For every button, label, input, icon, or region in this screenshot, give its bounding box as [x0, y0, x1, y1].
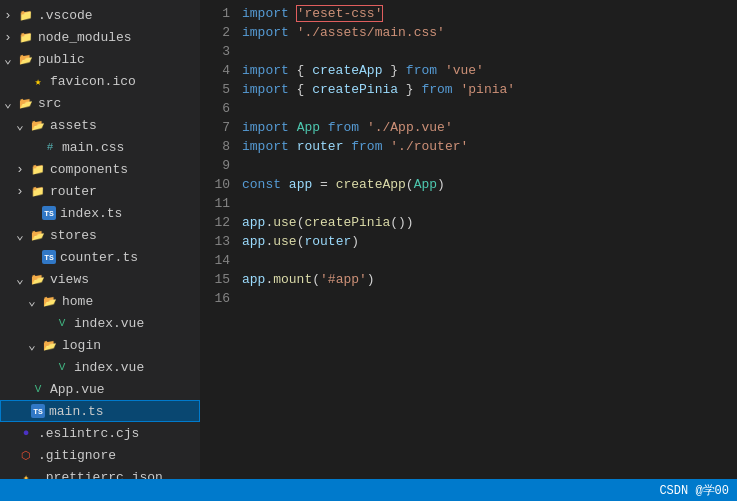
- status-bar: CSDN @学00: [0, 479, 737, 501]
- sidebar-item-home-index-vue[interactable]: Vindex.vue: [0, 312, 200, 334]
- token-kw-import: import: [242, 82, 289, 97]
- code-line-5: import { createPinia } from 'pinia': [242, 80, 729, 99]
- vue-icon: V: [54, 359, 70, 375]
- sidebar-label-app-vue: App.vue: [50, 382, 105, 397]
- folder-open-icon: 📂: [18, 95, 34, 111]
- line-num-8: 8: [200, 137, 230, 156]
- line-num-3: 3: [200, 42, 230, 61]
- sidebar-item-vscode[interactable]: ›📁.vscode: [0, 4, 200, 26]
- file-explorer[interactable]: ›📁.vscode›📁node_modules⌄📂public★favicon.…: [0, 0, 200, 479]
- sidebar-label-main-css: main.css: [62, 140, 124, 155]
- token-plain: =: [312, 177, 335, 192]
- sidebar-label-components: components: [50, 162, 128, 177]
- sidebar-label-eslintrc: .eslintrc.cjs: [38, 426, 139, 441]
- sidebar-item-views[interactable]: ⌄📂views: [0, 268, 200, 290]
- sidebar-label-vscode: .vscode: [38, 8, 93, 23]
- ts-icon: TS: [42, 206, 56, 220]
- sidebar-item-login[interactable]: ⌄📂login: [0, 334, 200, 356]
- sidebar-label-counter-ts: counter.ts: [60, 250, 138, 265]
- line-num-10: 10: [200, 175, 230, 194]
- sidebar-item-counter-ts[interactable]: TScounter.ts: [0, 246, 200, 268]
- code-line-3: [242, 42, 729, 61]
- token-from-kw: from: [328, 120, 359, 135]
- prettier-icon: ✦: [18, 469, 34, 479]
- folder-closed-icon: 📁: [30, 161, 46, 177]
- sidebar-item-app-vue[interactable]: VApp.vue: [0, 378, 200, 400]
- sidebar-item-public[interactable]: ⌄📂public: [0, 48, 200, 70]
- folder-open-icon: 📂: [30, 117, 46, 133]
- sidebar-item-favicon[interactable]: ★favicon.ico: [0, 70, 200, 92]
- vue-icon: V: [30, 381, 46, 397]
- token-var-name: router: [297, 139, 344, 154]
- sidebar-item-gitignore[interactable]: ⬡.gitignore: [0, 444, 200, 466]
- token-func: createPinia: [304, 215, 390, 230]
- line-num-11: 11: [200, 194, 230, 213]
- sidebar-item-home[interactable]: ⌄📂home: [0, 290, 200, 312]
- token-plain: (: [406, 177, 414, 192]
- line-num-7: 7: [200, 118, 230, 137]
- line-num-2: 2: [200, 23, 230, 42]
- token-var-name: router: [304, 234, 351, 249]
- token-var-name: app: [242, 234, 265, 249]
- token-plain: ()): [390, 215, 413, 230]
- sidebar-item-main-ts[interactable]: TSmain.ts: [0, 400, 200, 422]
- token-plain: [289, 6, 297, 21]
- token-str: '#app': [320, 272, 367, 287]
- sidebar-item-eslintrc[interactable]: ●.eslintrc.cjs: [0, 422, 200, 444]
- ts-icon: TS: [31, 404, 45, 418]
- token-kw-import: import: [242, 25, 289, 40]
- token-plain: }: [398, 82, 421, 97]
- token-plain: [289, 25, 297, 40]
- sidebar-label-gitignore: .gitignore: [38, 448, 116, 463]
- folder-open-icon: 📂: [18, 51, 34, 67]
- css-icon: #: [42, 139, 58, 155]
- sidebar-item-index-ts[interactable]: TSindex.ts: [0, 202, 200, 224]
- sidebar-item-src[interactable]: ⌄📂src: [0, 92, 200, 114]
- line-num-14: 14: [200, 251, 230, 270]
- sidebar-item-login-index-vue[interactable]: Vindex.vue: [0, 356, 200, 378]
- sidebar-item-router[interactable]: ›📁router: [0, 180, 200, 202]
- token-plain: }: [382, 63, 405, 78]
- sidebar-item-prettierrc[interactable]: ✦.prettierrc.json: [0, 466, 200, 479]
- token-plain: [359, 120, 367, 135]
- code-line-11: [242, 194, 729, 213]
- line-num-1: 1: [200, 4, 230, 23]
- code-editor: 12345678910111213141516 import 'reset-cs…: [200, 0, 737, 479]
- token-plain: [281, 177, 289, 192]
- token-kw-import: import: [242, 6, 289, 21]
- sidebar-label-login-index-vue: index.vue: [74, 360, 144, 375]
- eslint-icon: ●: [18, 425, 34, 441]
- token-str: './assets/main.css': [297, 25, 445, 40]
- sidebar-item-assets[interactable]: ⌄📂assets: [0, 114, 200, 136]
- sidebar-label-assets: assets: [50, 118, 97, 133]
- token-var-name: app: [242, 215, 265, 230]
- folder-open-icon: 📂: [30, 271, 46, 287]
- code-line-1: import 'reset-css': [242, 4, 729, 23]
- sidebar-label-main-ts: main.ts: [49, 404, 104, 419]
- status-text: CSDN @学00: [659, 482, 729, 499]
- sidebar-item-node_modules[interactable]: ›📁node_modules: [0, 26, 200, 48]
- main-layout: ›📁.vscode›📁node_modules⌄📂public★favicon.…: [0, 0, 737, 479]
- token-str: 'vue': [445, 63, 484, 78]
- sidebar-item-components[interactable]: ›📁components: [0, 158, 200, 180]
- code-area: 12345678910111213141516 import 'reset-cs…: [200, 0, 737, 479]
- sidebar-label-router: router: [50, 184, 97, 199]
- token-str: './router': [390, 139, 468, 154]
- code-line-15: app.mount('#app'): [242, 270, 729, 289]
- token-func: use: [273, 234, 296, 249]
- token-kw-import: import: [242, 63, 289, 78]
- token-from-kw: from: [421, 82, 452, 97]
- token-func: createApp: [336, 177, 406, 192]
- sidebar-item-main-css[interactable]: #main.css: [0, 136, 200, 158]
- line-num-15: 15: [200, 270, 230, 289]
- ts-icon: TS: [42, 250, 56, 264]
- vue-icon: V: [54, 315, 70, 331]
- line-num-13: 13: [200, 232, 230, 251]
- sidebar-item-stores[interactable]: ⌄📂stores: [0, 224, 200, 246]
- token-plain: (: [312, 272, 320, 287]
- line-num-16: 16: [200, 289, 230, 308]
- token-plain: {: [289, 63, 312, 78]
- git-icon: ⬡: [18, 447, 34, 463]
- token-plain: {: [289, 82, 312, 97]
- code-line-14: [242, 251, 729, 270]
